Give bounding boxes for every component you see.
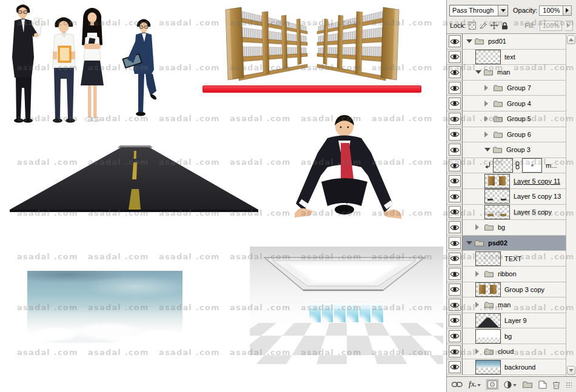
layer-name[interactable]: m... [544, 162, 557, 169]
layer-row-content[interactable]: ribbon [463, 267, 566, 282]
layer-thumbnail[interactable] [484, 205, 510, 219]
layer-row[interactable]: Layer 9 [447, 313, 566, 329]
layer-name[interactable]: Group 6 [505, 131, 531, 138]
layer-name[interactable]: Layer 9 [503, 317, 527, 324]
layer-row-content[interactable]: Group 3 copy [463, 282, 566, 297]
lock-transparency-icon[interactable] [469, 22, 476, 30]
layer-group-row[interactable]: Group 7 [447, 81, 566, 96]
opacity-input[interactable]: 100% [539, 5, 563, 16]
layer-mask-thumbnail[interactable] [522, 158, 542, 173]
layer-visibility-toggle[interactable] [447, 328, 463, 344]
mask-link-icon[interactable] [515, 161, 520, 170]
add-layer-mask-icon[interactable] [486, 379, 498, 390]
layer-row[interactable]: bg [447, 328, 566, 344]
layer-thumbnail[interactable] [475, 313, 501, 328]
layer-row-content[interactable]: cloud [463, 344, 566, 359]
layer-row-content[interactable]: m... [463, 158, 566, 173]
layer-visibility-toggle[interactable] [447, 236, 463, 251]
expand-arrow-icon[interactable] [484, 131, 491, 138]
layer-visibility-toggle[interactable] [447, 220, 463, 235]
layer-row-content[interactable]: TEXT [463, 251, 566, 266]
layer-name[interactable]: backround [503, 364, 535, 371]
layer-style-icon[interactable]: fx. [469, 380, 481, 389]
layer-visibility-toggle[interactable] [447, 173, 463, 188]
layer-row-content[interactable]: man [463, 65, 566, 80]
layer-row[interactable]: m... [447, 158, 566, 174]
layer-thumbnail[interactable] [475, 329, 501, 344]
layer-visibility-toggle[interactable] [447, 65, 463, 80]
layer-name[interactable]: Group 5 [505, 115, 531, 122]
layer-group-row[interactable]: ribbon [447, 267, 566, 282]
layer-row[interactable]: Layer 5 copy 11 [447, 173, 566, 189]
layer-thumbnail[interactable] [475, 50, 501, 64]
new-layer-icon[interactable] [538, 380, 547, 389]
layer-name[interactable]: Group 3 copy [503, 286, 544, 293]
layer-visibility-toggle[interactable] [447, 50, 463, 65]
layer-row[interactable]: Layer 5 copy 13 [447, 189, 566, 205]
lock-paint-brush-icon[interactable] [479, 22, 487, 30]
layer-visibility-toggle[interactable] [447, 96, 463, 111]
layer-name[interactable]: text [503, 53, 515, 61]
layer-visibility-toggle[interactable] [447, 142, 463, 158]
layer-row[interactable]: Layer 5 copy [447, 205, 566, 221]
blend-mode-select[interactable]: Pass Through [449, 5, 508, 16]
canvas-area[interactable] [0, 0, 446, 392]
layer-row-content[interactable]: Group 5 [463, 111, 566, 127]
collapse-arrow-icon[interactable] [466, 241, 472, 248]
layer-row-content[interactable]: Layer 5 copy [463, 205, 566, 220]
layer-visibility-toggle[interactable] [447, 158, 463, 173]
expand-arrow-icon[interactable] [475, 302, 482, 308]
link-layers-icon[interactable] [451, 381, 463, 388]
lock-all-icon[interactable] [501, 22, 508, 30]
layer-visibility-toggle[interactable] [447, 34, 463, 49]
layer-row-content[interactable]: Group 7 [463, 81, 566, 96]
layer-row-content[interactable]: backround [463, 359, 566, 374]
expand-arrow-icon[interactable] [475, 271, 482, 277]
new-group-icon[interactable] [522, 380, 533, 388]
expand-arrow-icon[interactable] [484, 85, 491, 91]
layer-thumbnail[interactable] [484, 189, 510, 204]
layer-row[interactable]: TEXT [447, 251, 566, 267]
layer-name[interactable]: psd02 [486, 239, 507, 247]
opacity-spinner-icon[interactable] [563, 5, 572, 16]
expand-arrow-icon[interactable] [475, 348, 482, 354]
layer-group-row[interactable]: psd01 [447, 34, 566, 50]
layers-scrollbar[interactable] [566, 34, 576, 376]
layer-visibility-toggle[interactable] [447, 297, 463, 313]
layer-name[interactable]: TEXT [503, 255, 521, 262]
layer-thumbnail[interactable] [475, 251, 501, 266]
expand-arrow-icon[interactable] [484, 101, 491, 107]
layer-group-row[interactable]: psd02 [447, 236, 566, 251]
layer-visibility-toggle[interactable] [447, 344, 463, 359]
layer-name[interactable]: Group 3 [504, 146, 531, 153]
layer-row-content[interactable]: Layer 9 [463, 313, 566, 328]
scroll-up-icon[interactable] [567, 35, 575, 44]
collapse-arrow-icon[interactable] [466, 39, 472, 46]
layer-visibility-toggle[interactable] [447, 359, 463, 374]
layer-thumbnail[interactable] [493, 158, 513, 173]
layer-name[interactable]: Layer 5 copy 13 [512, 193, 561, 200]
layer-group-row[interactable]: Group 6 [447, 127, 566, 143]
layer-row-content[interactable]: text [463, 50, 566, 65]
layer-group-row[interactable]: man [447, 297, 566, 313]
collapse-arrow-icon[interactable] [475, 70, 481, 77]
layer-name[interactable]: cloud [496, 348, 514, 355]
layer-visibility-toggle[interactable] [447, 81, 463, 96]
layer-visibility-toggle[interactable] [447, 111, 463, 127]
delete-layer-icon[interactable] [552, 380, 560, 389]
layer-group-row[interactable]: Group 4 [447, 96, 566, 111]
scroll-down-icon[interactable] [567, 366, 575, 375]
layer-name[interactable]: Layer 5 copy [512, 208, 552, 216]
layer-group-row[interactable]: Group 3 [447, 142, 566, 158]
layer-row-content[interactable]: Layer 5 copy 11 [463, 173, 566, 188]
panel-resize-grip[interactable] [566, 382, 572, 388]
layer-name[interactable]: Layer 5 copy 11 [512, 178, 560, 185]
layer-row-content[interactable]: Group 3 [463, 142, 566, 158]
layer-visibility-toggle[interactable] [447, 205, 463, 220]
layer-thumbnail[interactable] [484, 174, 510, 188]
layer-name[interactable]: bg [496, 224, 505, 231]
layer-row-content[interactable]: Group 4 [463, 96, 566, 111]
layer-row-content[interactable]: psd01 [463, 34, 566, 49]
layer-row[interactable]: text [447, 50, 566, 65]
layer-name[interactable]: psd01 [486, 38, 506, 45]
